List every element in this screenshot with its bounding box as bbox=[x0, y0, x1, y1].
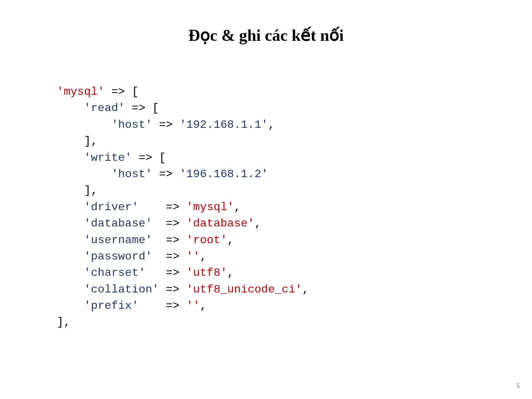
code-indent bbox=[57, 151, 84, 164]
code-line: ], bbox=[57, 133, 532, 149]
code-key: 'host' bbox=[111, 118, 152, 131]
code-line: 'database' => 'database', bbox=[57, 215, 532, 232]
code-key: 'driver' bbox=[84, 201, 139, 214]
code-line: 'mysql' => [ bbox=[57, 84, 532, 100]
code-key: 'database' bbox=[84, 217, 152, 230]
code-indent bbox=[57, 266, 84, 279]
code-key: 'charset' bbox=[84, 266, 146, 279]
code-punct: => [ bbox=[104, 85, 138, 98]
code-value: 'mysql' bbox=[186, 201, 234, 214]
code-punct: => bbox=[152, 234, 186, 247]
code-punct: => [ bbox=[125, 102, 159, 115]
code-key: 'collation' bbox=[84, 283, 159, 296]
code-key: 'password' bbox=[84, 250, 152, 263]
code-punct: , bbox=[234, 201, 241, 214]
code-punct: , bbox=[227, 234, 234, 247]
code-punct: , bbox=[227, 266, 234, 279]
code-value: 'database' bbox=[186, 217, 254, 230]
code-line: 'password' => '', bbox=[57, 248, 532, 265]
code-indent bbox=[57, 102, 84, 115]
code-value: 'utf8' bbox=[186, 266, 227, 279]
code-key: 'host' bbox=[111, 168, 152, 181]
code-indent bbox=[57, 217, 84, 230]
code-value: '' bbox=[186, 299, 200, 312]
code-indent bbox=[57, 250, 84, 263]
code-key: 'mysql' bbox=[57, 85, 104, 98]
code-punct: => bbox=[152, 168, 180, 181]
code-value: '196.168.1.2' bbox=[180, 168, 268, 181]
code-line: 'host' => '196.168.1.2' bbox=[57, 166, 532, 182]
code-indent bbox=[57, 234, 84, 247]
code-punct: , bbox=[200, 250, 207, 263]
code-value: '' bbox=[186, 250, 200, 263]
code-punct: => bbox=[138, 299, 186, 312]
code-line: ], bbox=[57, 314, 532, 330]
code-punct: , bbox=[302, 283, 309, 296]
code-indent bbox=[57, 201, 84, 214]
code-block: 'mysql' => [ 'read' => [ 'host' => '192.… bbox=[57, 84, 532, 331]
code-punct: , bbox=[254, 217, 261, 230]
code-key: 'prefix' bbox=[84, 299, 139, 312]
code-line: 'write' => [ bbox=[57, 150, 532, 166]
code-punct: => bbox=[152, 217, 186, 230]
code-indent bbox=[57, 299, 84, 312]
code-punct: , bbox=[200, 299, 207, 312]
code-punct: => [ bbox=[132, 151, 166, 164]
code-punct: => bbox=[152, 250, 186, 263]
code-value: '192.168.1.1' bbox=[180, 118, 268, 131]
code-punct: => bbox=[138, 201, 186, 214]
code-indent bbox=[57, 283, 84, 296]
code-line: ], bbox=[57, 182, 532, 199]
code-key: 'read' bbox=[84, 102, 125, 115]
code-line: 'read' => [ bbox=[57, 100, 532, 116]
code-punct: => bbox=[159, 283, 186, 296]
code-line: 'username' => 'root', bbox=[57, 232, 532, 248]
code-line: 'host' => '192.168.1.1', bbox=[57, 117, 532, 133]
code-key: 'write' bbox=[84, 151, 132, 164]
code-punct: => bbox=[152, 118, 180, 131]
code-indent bbox=[57, 168, 111, 181]
code-key: 'username' bbox=[84, 234, 152, 247]
code-line: 'driver' => 'mysql', bbox=[57, 199, 532, 215]
page-number: 5 bbox=[516, 382, 520, 390]
code-indent bbox=[57, 118, 111, 131]
code-line: 'prefix' => '', bbox=[57, 298, 532, 314]
code-line: 'collation' => 'utf8_unicode_ci', bbox=[57, 282, 532, 298]
code-line: 'charset' => 'utf8', bbox=[57, 265, 532, 281]
code-value: 'utf8_unicode_ci' bbox=[186, 283, 302, 296]
code-punct: , bbox=[268, 118, 275, 131]
code-value: 'root' bbox=[186, 234, 227, 247]
slide-title: Đọc & ghi các kết nối bbox=[0, 26, 532, 45]
code-punct: => bbox=[146, 266, 186, 279]
